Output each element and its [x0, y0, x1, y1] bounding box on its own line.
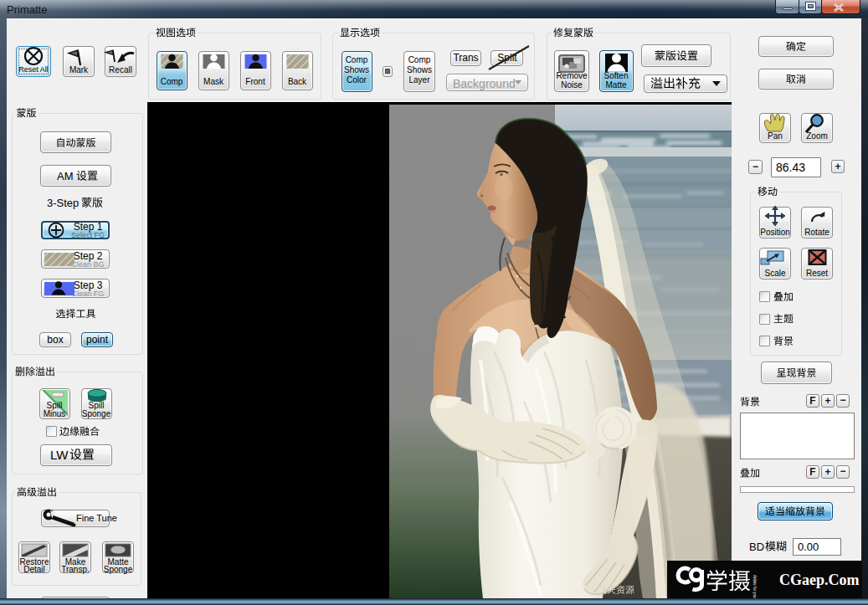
- svg-text:Artists for you: Artists for you: [752, 575, 757, 598]
